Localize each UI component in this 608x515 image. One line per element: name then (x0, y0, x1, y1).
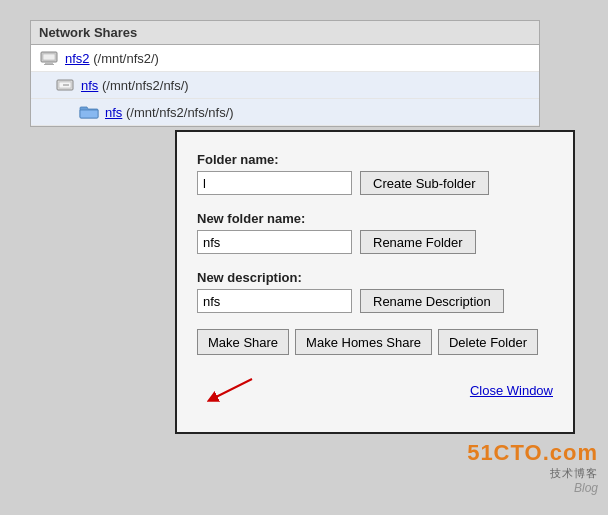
watermark-sub: 技术博客 (550, 466, 598, 481)
arrow-close-area: Close Window (197, 369, 553, 412)
watermark-blog: Blog (574, 481, 598, 495)
svg-rect-3 (44, 64, 54, 65)
svg-rect-1 (43, 54, 55, 60)
make-homes-share-button[interactable]: Make Homes Share (295, 329, 432, 355)
server-icon (39, 50, 59, 66)
svg-line-8 (212, 379, 252, 399)
share-link-nfs2-nested[interactable]: nfs (105, 105, 122, 120)
share-icon (55, 77, 75, 93)
new-folder-name-group: New folder name: Rename Folder (197, 211, 553, 254)
watermark-top: 51CTO.com (467, 440, 598, 466)
new-description-input[interactable] (197, 289, 352, 313)
delete-folder-button[interactable]: Delete Folder (438, 329, 538, 355)
new-description-label: New description: (197, 270, 553, 285)
new-description-row: Rename Description (197, 289, 553, 313)
new-folder-name-label: New folder name: (197, 211, 553, 226)
rename-folder-button[interactable]: Rename Folder (360, 230, 476, 254)
share-row: nfs2 (/mnt/nfs2/) (31, 45, 539, 72)
create-subfolder-button[interactable]: Create Sub-folder (360, 171, 489, 195)
share-path-2: (/mnt/nfs2/nfs/nfs/) (126, 105, 234, 120)
folder-icon (79, 104, 99, 120)
new-folder-name-input[interactable] (197, 230, 352, 254)
new-description-group: New description: Rename Description (197, 270, 553, 313)
bottom-buttons: Make Share Make Homes Share Delete Folde… (197, 329, 553, 355)
share-path-0: (/mnt/nfs2/) (93, 51, 159, 66)
folder-name-label: Folder name: (197, 152, 553, 167)
dialog: Folder name: Create Sub-folder New folde… (175, 130, 575, 434)
panel-title: Network Shares (31, 21, 539, 45)
folder-name-row: Create Sub-folder (197, 171, 553, 195)
network-shares-panel: Network Shares nfs2 (/mnt/nfs2/) nfs (30, 20, 540, 127)
share-link-nfs2[interactable]: nfs2 (65, 51, 90, 66)
red-arrow-icon (197, 369, 257, 412)
rename-description-button[interactable]: Rename Description (360, 289, 504, 313)
share-link-nfs1[interactable]: nfs (81, 78, 98, 93)
watermark: 51CTO.com 技术博客 Blog (467, 440, 598, 495)
folder-name-input[interactable] (197, 171, 352, 195)
make-share-button[interactable]: Make Share (197, 329, 289, 355)
close-window-link[interactable]: Close Window (470, 383, 553, 398)
share-path-1: (/mnt/nfs2/nfs/) (102, 78, 189, 93)
share-row: nfs (/mnt/nfs2/nfs/nfs/) (31, 99, 539, 126)
folder-name-group: Folder name: Create Sub-folder (197, 152, 553, 195)
new-folder-name-row: Rename Folder (197, 230, 553, 254)
share-row: nfs (/mnt/nfs2/nfs/) (31, 72, 539, 99)
svg-rect-2 (45, 62, 53, 64)
